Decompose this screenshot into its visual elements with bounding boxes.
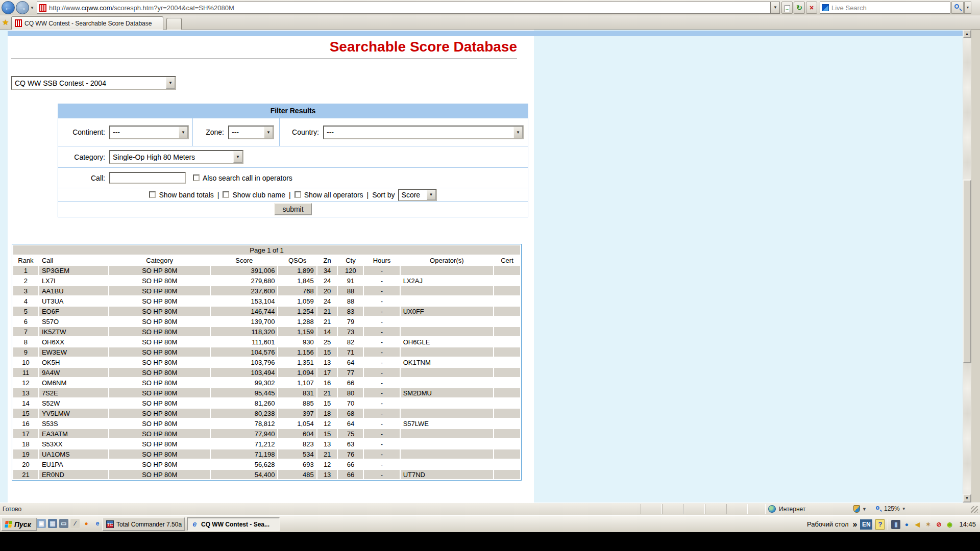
cell-cty: 88	[338, 286, 363, 295]
cell-operators	[401, 266, 493, 275]
quicklaunch-pen-icon[interactable]: ∕	[70, 519, 80, 528]
cell-operators: UT7ND	[401, 470, 493, 479]
resize-grip[interactable]	[971, 506, 978, 513]
cell-category: SO HP 80M	[109, 337, 210, 346]
forward-button[interactable]: →	[16, 1, 29, 14]
quicklaunch-window-icon[interactable]: ▣	[37, 519, 46, 528]
zoom-control[interactable]: 125% ▼	[875, 505, 906, 512]
cell-call: YV5LMW	[39, 409, 109, 418]
tray-network-icon[interactable]: ▮	[891, 520, 900, 529]
tray-claw-icon[interactable]: ✶	[923, 520, 933, 529]
chevron-down-icon[interactable]: ▼	[179, 127, 188, 138]
cell-rank: 9	[13, 347, 38, 357]
search-chevron-down-icon[interactable]: ▼	[964, 2, 971, 14]
help-icon[interactable]: ?	[875, 519, 885, 530]
show-band-totals-checkbox[interactable]	[149, 191, 156, 198]
start-button[interactable]: Пуск	[1, 517, 37, 531]
submit-button[interactable]: submit	[274, 203, 311, 215]
category-label: Category:	[58, 153, 109, 161]
cell-cty: 91	[338, 276, 363, 285]
stop-button[interactable]: ×	[806, 2, 817, 14]
search-button[interactable]	[951, 2, 964, 14]
cell-zn: 12	[317, 460, 337, 469]
country-select[interactable]: --- ▼	[323, 126, 524, 139]
language-indicator[interactable]: EN	[860, 519, 872, 530]
cell-cert	[494, 398, 520, 408]
address-chevron-down-icon[interactable]: ▼	[771, 2, 780, 14]
chevron-down-icon[interactable]: ▼	[166, 77, 175, 89]
tray-nvidia-icon[interactable]: ◉	[945, 520, 954, 529]
desktop-screen: ← → ▼ http://www.cqww.com/scoresph.htm?y…	[0, 0, 980, 551]
address-bar[interactable]: http://www.cqww.com/scoresph.htm?yr=2004…	[37, 2, 771, 14]
tray-separator	[888, 519, 888, 530]
also-search-checkbox[interactable]	[193, 174, 200, 181]
cell-zn: 21	[317, 307, 337, 316]
table-row: 17EA3ATMSO HP 80M77,9406041575-	[13, 429, 520, 438]
cell-rank: 21	[13, 470, 38, 479]
cell-operators	[401, 286, 493, 295]
sort-by-select[interactable]: Score ▼	[398, 189, 437, 201]
table-row: 21ER0NDSO HP 80M54,4004851366-UT7ND	[13, 470, 520, 479]
cell-call: S53XX	[39, 439, 109, 448]
category-select[interactable]: Single-Op High 80 Meters ▼	[109, 150, 243, 164]
back-button[interactable]: ←	[2, 1, 15, 14]
cell-category: SO HP 80M	[109, 307, 210, 316]
quicklaunch-opera-icon[interactable]: ●	[82, 519, 91, 528]
taskbar-window-total-commander[interactable]: TC Total Commander 7.50a ...	[102, 517, 185, 531]
cell-cty: 88	[338, 296, 363, 306]
quicklaunch-save-icon[interactable]: ▦	[48, 519, 57, 528]
cell-cert	[494, 337, 520, 346]
cell-hours: -	[364, 296, 399, 306]
cell-category: SO HP 80M	[109, 388, 210, 397]
table-row: 8OH6XXSO HP 80M111,6019302582-OH6GLE	[13, 337, 520, 346]
scrollbar-thumb[interactable]	[963, 180, 971, 363]
cell-cert	[494, 296, 520, 306]
contest-select[interactable]: CQ WW SSB Contest - 2004 ▼	[11, 76, 176, 90]
vertical-scrollbar[interactable]: ▲ ▼	[963, 30, 971, 503]
history-chevron-down-icon[interactable]: ▼	[30, 6, 34, 10]
zoom-level: 125%	[884, 505, 900, 512]
scroll-up-icon[interactable]: ▲	[963, 30, 971, 38]
cell-zn: 34	[317, 266, 337, 275]
call-input[interactable]	[109, 172, 186, 184]
tray-mute-icon[interactable]: ⊘	[934, 520, 943, 529]
scroll-down-icon[interactable]: ▼	[963, 494, 971, 503]
new-tab-button[interactable]	[166, 18, 182, 30]
table-row: 10OK5HSO HP 80M103,7961,3511364-OK1TNM	[13, 358, 520, 367]
tray-volume-icon[interactable]: ◀	[913, 520, 922, 529]
cell-category: SO HP 80M	[109, 419, 210, 428]
tab-cqww-contest[interactable]: CQ WW Contest - Searchable Score Databas…	[11, 16, 163, 30]
cell-cert	[494, 368, 520, 377]
live-search-input[interactable]: Live Search	[820, 2, 950, 14]
cell-call: EW3EW	[39, 347, 109, 357]
chevron-down-icon[interactable]: ▼	[427, 190, 436, 200]
zone-select[interactable]: --- ▼	[228, 126, 274, 139]
cell-operators: S57LWE	[401, 419, 493, 428]
chevron-down-icon[interactable]: ▼	[233, 151, 242, 163]
favorites-star-icon[interactable]: ★	[2, 18, 9, 27]
total-commander-icon: TC	[106, 520, 114, 528]
show-all-operators-checkbox[interactable]	[295, 191, 301, 198]
cell-operators	[401, 460, 493, 469]
chevron-down-icon[interactable]: ▼	[264, 127, 273, 138]
cell-qsos: 693	[278, 460, 316, 469]
refresh-button[interactable]: ↻	[794, 2, 805, 14]
chevron-down-icon[interactable]: ▼	[513, 127, 523, 138]
toolbar-chevron-icon[interactable]: »	[853, 520, 857, 529]
quicklaunch-monitor-icon[interactable]: ▭	[59, 519, 68, 528]
continent-select[interactable]: --- ▼	[109, 126, 189, 139]
tray-player-icon[interactable]: ●	[902, 520, 911, 529]
cell-cty: 120	[338, 266, 363, 275]
cell-hours: -	[364, 388, 399, 397]
protected-mode-indicator[interactable]: ▼	[853, 505, 867, 513]
go-button[interactable]: →	[781, 2, 793, 14]
cell-operators	[401, 409, 493, 418]
show-club-name-checkbox[interactable]	[223, 191, 229, 198]
desktop-toolbar[interactable]: Рабочий стол	[807, 520, 849, 528]
quicklaunch-ie-icon[interactable]: e	[93, 519, 102, 528]
taskbar-window-cqww[interactable]: e CQ WW Contest - Sea...	[187, 517, 280, 531]
cell-category: SO HP 80M	[109, 398, 210, 408]
cell-score: 118,320	[211, 327, 277, 336]
cell-hours: -	[364, 449, 399, 459]
page-header-strip	[8, 31, 963, 36]
